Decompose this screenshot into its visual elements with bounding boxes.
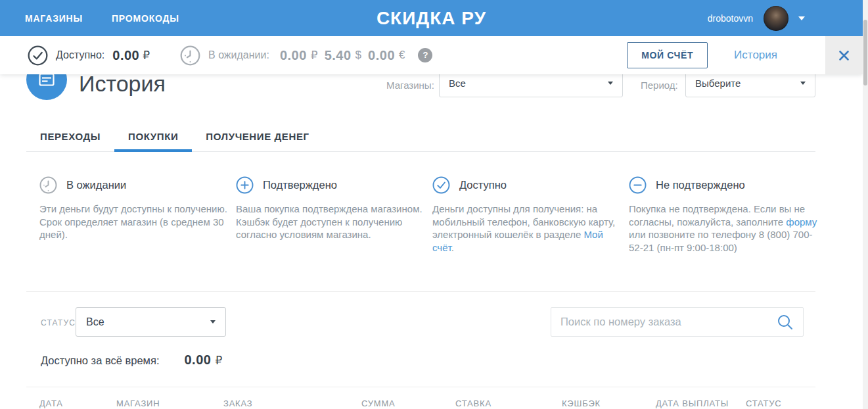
top-navbar: МАГАЗИНЫ ПРОМОКОДЫ СКИДКА РУ drobotovvn <box>0 0 863 36</box>
close-button[interactable] <box>825 36 863 74</box>
status-filter-value: Все <box>86 316 104 328</box>
page-title: История <box>79 71 166 97</box>
pending-usd-currency: $ <box>355 49 361 62</box>
column-header-shop: МАГАЗИН <box>116 398 160 408</box>
username: drobotovvn <box>708 13 753 24</box>
column-header-order: ЗАКАЗ <box>223 398 252 408</box>
order-search <box>551 307 804 337</box>
card-text: Ваша покупка подтверждена магазином. Кэш… <box>236 203 424 241</box>
shops-filter-value: Все <box>449 78 466 89</box>
available-value: 0.00 <box>112 48 139 63</box>
tab-transitions[interactable]: ПЕРЕХОДЫ <box>26 124 114 152</box>
column-header-cashback: КЭШБЭК <box>562 398 601 408</box>
card-title: Подтверждено <box>263 179 337 191</box>
status-card-not-confirmed: Не подтверждено Покупка не подтверждена.… <box>629 176 826 254</box>
total-available-currency: ₽ <box>215 354 222 368</box>
card-text-segment: Покупка не подтверждена. Если вы не согл… <box>629 203 805 228</box>
card-text-segment: Эти деньги будут доступны к получению. С… <box>39 203 227 240</box>
card-text-segment: Ваша покупка подтверждена магазином. Кэш… <box>236 203 423 240</box>
card-text-segment: или позвоните по телефону 8 (800) 700-52… <box>629 229 813 253</box>
search-icon[interactable] <box>777 314 794 331</box>
card-text: Эти деньги будут доступны к получению. С… <box>39 203 227 241</box>
plus-circle-icon <box>236 176 254 194</box>
chevron-down-icon <box>608 82 613 85</box>
avatar <box>764 6 788 31</box>
status-card-available: Доступно Деньги доступны для получения: … <box>432 176 620 254</box>
order-search-input[interactable] <box>560 316 777 328</box>
status-filter-select[interactable]: Все <box>76 307 226 337</box>
clock-icon <box>39 176 57 194</box>
main-nav: МАГАЗИНЫ ПРОМОКОДЫ <box>0 13 179 24</box>
balance-bar: Доступно: 0.00 ₽ В ожидании: 0.00 ₽ 5.40… <box>0 36 863 74</box>
total-available-row: Доступно за всё время: 0.00 ₽ <box>41 352 222 368</box>
section-divider <box>26 291 815 292</box>
status-card-pending: В ожидании Эти деньги будут доступны к п… <box>39 176 227 241</box>
minus-circle-icon <box>629 176 647 194</box>
user-menu[interactable]: drobotovvn <box>708 0 863 36</box>
claim-form-inline-link[interactable]: форму <box>786 216 817 228</box>
nav-shops-link[interactable]: МАГАЗИНЫ <box>25 13 83 24</box>
column-header-date: ДАТА <box>39 398 63 408</box>
nav-promocodes-link[interactable]: ПРОМОКОДЫ <box>112 13 179 24</box>
tab-purchases[interactable]: ПОКУПКИ <box>114 124 192 152</box>
my-account-button[interactable]: МОЙ СЧЁТ <box>627 42 708 68</box>
pending-eur-currency: € <box>399 49 405 62</box>
period-filter-value: Выберите <box>695 78 741 89</box>
clock-icon <box>180 45 200 66</box>
chevron-down-icon <box>798 16 805 20</box>
total-available-value: 0.00 <box>185 352 212 368</box>
tab-money-received[interactable]: ПОЛУЧЕНИЕ ДЕНЕГ <box>192 124 323 152</box>
period-filter-label: Период: <box>641 80 678 91</box>
pending-eur-value: 0.00 <box>368 48 395 63</box>
card-text: Деньги доступны для получения: на мобиль… <box>432 203 620 254</box>
pending-rub-value: 0.00 <box>280 48 307 63</box>
pending-label: В ожидании: <box>208 49 269 61</box>
total-available-label: Доступно за всё время: <box>41 354 160 367</box>
status-filter-label: СТАТУС <box>41 318 76 327</box>
column-header-payout-date: ДАТА ВЫПЛАТЫ <box>656 398 729 408</box>
check-circle-icon <box>432 176 450 194</box>
card-title: В ожидании <box>66 179 126 191</box>
chevron-down-icon <box>210 320 216 324</box>
vertical-scrollbar[interactable] <box>863 0 868 409</box>
close-icon <box>838 49 850 62</box>
pending-usd-value: 5.40 <box>325 48 352 63</box>
check-circle-icon <box>28 45 48 66</box>
help-icon[interactable]: ? <box>418 48 432 62</box>
scrollbar-thumb[interactable] <box>863 20 867 85</box>
section-divider <box>26 387 815 387</box>
chevron-down-icon <box>800 82 806 85</box>
column-header-status: СТАТУС <box>746 398 782 408</box>
card-title: Доступно <box>459 179 507 191</box>
site-logo[interactable]: СКИДКА РУ <box>377 8 486 29</box>
history-link[interactable]: История <box>734 49 777 62</box>
history-tabs: ПЕРЕХОДЫ ПОКУПКИ ПОЛУЧЕНИЕ ДЕНЕГ <box>26 124 815 152</box>
status-card-confirmed: Подтверждено Ваша покупка подтверждена м… <box>236 176 424 241</box>
available-label: Доступно: <box>56 49 104 61</box>
card-title: Не подтверждено <box>656 179 745 191</box>
available-currency: ₽ <box>143 49 150 62</box>
pending-rub-currency: ₽ <box>311 49 318 62</box>
card-text: Покупка не подтверждена. Если вы не согл… <box>629 203 826 254</box>
column-header-amount: СУММА <box>361 398 396 408</box>
app-root: МАГАЗИНЫ ПРОМОКОДЫ СКИДКА РУ drobotovvn … <box>0 0 868 409</box>
card-text-segment: . <box>451 242 454 253</box>
column-header-rate: СТАВКА <box>455 398 491 408</box>
shops-filter-label: Магазины: <box>386 80 434 91</box>
purchases-table-header: ДАТА МАГАЗИН ЗАКАЗ СУММА СТАВКА КЭШБЭК Д… <box>0 398 868 409</box>
